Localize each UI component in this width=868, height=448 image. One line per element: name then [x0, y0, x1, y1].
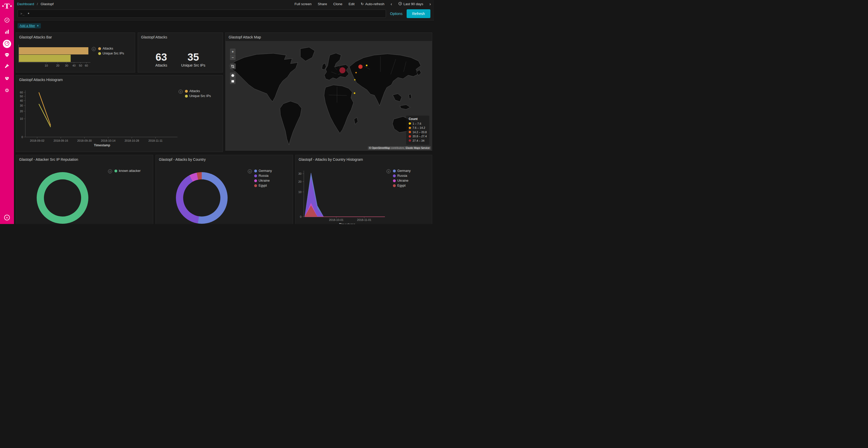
clone-button[interactable]: Clone [333, 2, 342, 6]
panel-title: Glastopf - Attacker Src IP Reputation [16, 155, 153, 164]
sidebar-item-management[interactable]: ⚙ [3, 86, 11, 95]
main-area: Dashboard / Glastopf Full screen Share C… [14, 0, 434, 31]
auto-refresh-button[interactable]: ↻ Auto-refresh [361, 2, 384, 6]
metric-group: 63 Attacks 35 Unique Src IPs [138, 52, 223, 67]
legend: ›AttacksUnique Src IPs [92, 47, 124, 55]
zoom-out-button[interactable]: − [230, 54, 236, 60]
panel-title: Glastopf Attacks Histogram [16, 75, 223, 84]
svg-text:60: 60 [20, 91, 23, 94]
sidebar-item-monitoring[interactable] [3, 75, 11, 83]
world-map[interactable]: + − Count 1 – 7.67.6 – 14.214.2 – 20.820… [225, 41, 432, 150]
wrench-icon [4, 64, 10, 70]
legend-item[interactable]: Attacks [185, 89, 211, 93]
plus-icon: + [37, 24, 39, 28]
sidebar-item-discover[interactable] [3, 16, 11, 25]
metric-value: 35 [181, 52, 205, 62]
svg-text:2018-10-14: 2018-10-14 [101, 139, 116, 142]
country-histogram-chart[interactable]: 01020302018-10-012018-11-01Timestamp [296, 163, 432, 224]
svg-text:2018-09-30: 2018-09-30 [77, 139, 92, 142]
options-link[interactable]: Options [390, 12, 402, 16]
sidebar-collapse-button[interactable]: « [4, 215, 10, 220]
legend-item[interactable]: Ukraine [393, 179, 410, 182]
map-legend-item: 20.8 – 27.4 [409, 134, 427, 139]
logo-dot [2, 5, 4, 7]
svg-text:40: 40 [20, 99, 23, 102]
heartbeat-icon [4, 75, 10, 82]
legend-toggle-icon[interactable]: › [179, 90, 183, 94]
svg-text:Timestamp: Timestamp [339, 223, 355, 224]
legend: ›known attacker [108, 169, 141, 173]
svg-text:10: 10 [45, 64, 48, 67]
sidebar-item-honeypot[interactable] [3, 51, 11, 60]
telekom-logo[interactable]: T [2, 2, 11, 10]
svg-text:2018-10-01: 2018-10-01 [329, 218, 343, 221]
legend-item[interactable]: Egypt [393, 184, 410, 187]
map-legend-item: 27.4 – 34 [409, 139, 427, 143]
legend: ›GermanyRussiaUkraineEgypt [386, 169, 410, 187]
svg-text:40: 40 [72, 64, 75, 67]
reputation-donut-chart[interactable] [37, 172, 88, 224]
legend-item[interactable]: known attacker [115, 169, 141, 173]
logo-dot [10, 5, 11, 7]
legend-toggle-icon[interactable]: › [108, 169, 112, 173]
auto-refresh-label: Auto-refresh [365, 2, 384, 6]
legend-toggle-icon[interactable]: › [92, 47, 96, 51]
legend-item[interactable]: Russia [393, 174, 410, 177]
polygon-tool-button[interactable] [230, 72, 236, 78]
rectangle-tool-button[interactable] [230, 78, 236, 84]
zoom-in-button[interactable]: + [230, 48, 236, 55]
legend-item[interactable]: Germany [393, 169, 410, 173]
elastic-maps-link[interactable]: Elastic Maps Service [406, 146, 430, 149]
legend-toggle-icon[interactable]: › [386, 169, 391, 173]
sidebar-item-visualize[interactable] [3, 28, 11, 36]
breadcrumb-dashboard-link[interactable]: Dashboard [17, 2, 34, 6]
map-legend-item: 1 – 7.6 [409, 122, 427, 126]
legend-item[interactable]: Russia [254, 174, 272, 177]
full-screen-button[interactable]: Full screen [294, 2, 312, 6]
svg-text:50: 50 [79, 64, 82, 67]
sidebar-item-devtools[interactable] [3, 63, 11, 71]
svg-text:10: 10 [20, 117, 23, 120]
svg-text:30: 30 [299, 172, 302, 175]
time-back-button[interactable]: ‹ [391, 2, 392, 6]
crop-tool-button[interactable] [230, 63, 236, 69]
legend-item[interactable]: Unique Src IPs [185, 94, 211, 98]
share-button[interactable]: Share [318, 2, 327, 6]
kibana-dashboard-app: T [0, 0, 434, 224]
map-count-legend: Count 1 – 7.67.6 – 14.214.2 – 20.820.8 –… [406, 115, 429, 145]
metric-unique-src-ips: 35 Unique Src IPs [181, 52, 205, 67]
legend-toggle-icon[interactable]: › [248, 169, 252, 173]
panel-title: Glastopf Attacks [138, 33, 223, 41]
legend-item[interactable]: Ukraine [254, 179, 272, 182]
edit-button[interactable]: Edit [348, 2, 354, 6]
mask-icon [4, 52, 10, 59]
panel-title: Glastopf - Attacks by Country [156, 155, 293, 164]
osm-attribution-link[interactable]: © OpenStreetMap [369, 146, 390, 149]
bar-chart-icon [4, 29, 10, 36]
legend: ›AttacksUnique Src IPs [179, 89, 211, 98]
country-donut-chart[interactable] [176, 172, 227, 224]
legend-item[interactable]: Attacks [98, 47, 124, 50]
refresh-button[interactable]: Refresh [407, 9, 430, 18]
panel-attacks-by-country: Glastopf - Attacks by Country ›GermanyRu… [156, 155, 293, 224]
filter-bar: Add a filter + [14, 21, 434, 31]
svg-text:50: 50 [20, 95, 23, 98]
sidebar-item-dashboard[interactable] [3, 40, 11, 48]
time-forward-button[interactable]: › [429, 2, 431, 6]
svg-text:Timestamp: Timestamp [94, 143, 110, 147]
svg-text:2018-09-02: 2018-09-02 [30, 139, 44, 142]
legend: ›GermanyRussiaUkraineEgypt [248, 169, 272, 187]
legend-item[interactable]: Germany [254, 169, 272, 173]
svg-text:10: 10 [299, 191, 302, 194]
top-actions: Full screen Share Clone Edit ↻ Auto-refr… [294, 2, 431, 6]
svg-text:20: 20 [20, 110, 23, 113]
panel-attack-map: Glastopf Attack Map [225, 33, 432, 151]
legend-item[interactable]: Unique Src IPs [98, 51, 124, 55]
query-input[interactable]: >_ * [18, 9, 386, 18]
svg-text:2018-10-28: 2018-10-28 [125, 139, 139, 142]
time-picker-button[interactable]: Last 90 days [398, 2, 424, 6]
legend-item[interactable]: Egypt [254, 184, 272, 187]
add-filter-link[interactable]: Add a filter + [18, 23, 41, 28]
donut-hole [44, 179, 81, 216]
attacks-bar-chart[interactable]: 102030405060 [16, 40, 135, 72]
